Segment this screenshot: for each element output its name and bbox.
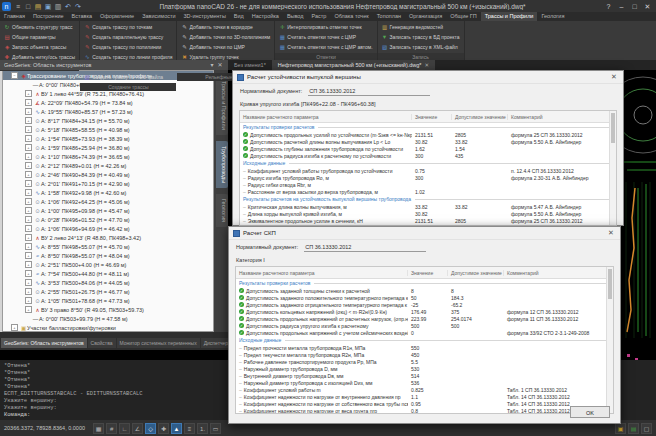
new-file-icon[interactable]: □ [23, 1, 33, 12]
table-row[interactable]: ✓Допустимость заданной толщины стенки к … [236, 287, 613, 294]
expand-icon[interactable]: + [25, 252, 32, 259]
expand-icon[interactable]: + [25, 99, 32, 106]
expand-icon[interactable]: + [25, 162, 32, 169]
ok-button[interactable]: OK [570, 406, 610, 418]
otrack-icon[interactable]: ✚ [158, 423, 169, 434]
tree-item[interactable]: +∿A: 19°55' ПК480+85.57 (H = 57.23 м) [3, 107, 213, 116]
ribbon-button[interactable]: ✛Интерполировать отметки точек [277, 22, 374, 32]
tree-item[interactable]: +⊙A: 1°00' ПК495+09.98 (H = 45.47 м) [3, 206, 213, 215]
expand-icon[interactable]: + [25, 198, 32, 205]
ribbon-tab[interactable]: Геология [537, 12, 568, 21]
close-icon[interactable]: ✕ [641, 1, 654, 12]
clean-screen-icon[interactable]: ▢ [641, 423, 652, 434]
menu-icon[interactable]: ≡ [13, 1, 23, 12]
ribbon-tab[interactable]: Построение [29, 12, 68, 21]
expand-icon[interactable]: + [25, 126, 32, 133]
palette-tab[interactable]: GeoSeries: Область инструментов [1, 338, 87, 348]
palette-vertical-tab[interactable]: Трубопроводы [216, 141, 228, 188]
table-row[interactable]: –Расстояние от верха засыпки до верха тр… [240, 188, 616, 195]
expand-icon[interactable]: + [25, 243, 32, 250]
ribbon-button[interactable]: ▼Записать трассу в БД проекта [380, 32, 462, 42]
table-row[interactable]: –Наружный диаметр трубопровода D, мм530 [236, 365, 613, 372]
expand-icon[interactable]: + [25, 306, 32, 313]
ribbon-tab[interactable]: Зависимости [138, 12, 179, 21]
ribbon-tab[interactable]: Оформление [96, 12, 138, 21]
norm-doc-value[interactable]: СП 36.13330.2012 [304, 244, 426, 252]
ribbon-button[interactable]: ▦Считать отметки точек с ЦМР автом. [277, 42, 374, 52]
document-tab[interactable]: Нефтепровод магистральный 500 км (+изыск… [272, 60, 435, 70]
undo-icon[interactable]: ↶ [63, 1, 73, 12]
ribbon-tab[interactable]: Организация [405, 12, 446, 21]
tree-item[interactable]: +⊙A: 1°06' ПК496+94.69 (H = 46.42 м) [3, 224, 213, 233]
expand-icon[interactable]: + [25, 189, 32, 196]
ribbon-tab[interactable]: Вид [230, 12, 248, 21]
tree-item[interactable]: +⊙A: 5°18' ПК485+58.55 (H = 40.98 м) [3, 125, 213, 134]
ribbon-tab[interactable]: Вывод [283, 12, 308, 21]
maximize-icon[interactable]: □ [628, 1, 641, 12]
table-row[interactable]: –Радиус гибки отвода Rbr, м [240, 181, 616, 188]
table-row[interactable]: ✓Допустимость глубины заложения трубопро… [240, 145, 616, 152]
palette-tab[interactable]: Свойства [88, 338, 116, 348]
tree-item[interactable]: +∧ВУ 2 лево 24°13' (R 48.80, ПК498+3.42) [3, 233, 213, 242]
tree-item[interactable]: +≈A: 8°50' ПК498+55.07 (H = 48.04 м) [3, 251, 213, 260]
tree-item[interactable]: +⊙A: 1°05' ПК501+78.68 (H = 47.73 м) [3, 296, 213, 305]
ribbon-button[interactable]: ✎Добавить точки в коридоре [179, 22, 272, 32]
ribbon-tab[interactable]: Главная [0, 12, 29, 21]
scrollbar-thumb[interactable] [608, 269, 612, 299]
tree-item[interactable]: +∡A: 22°09' ПК480+54.79 (H = 73.84 м) [3, 98, 213, 107]
tree-item[interactable]: +∧ВУ 3 право 8°50' (R 49.05, ПК503+59.73… [3, 305, 213, 314]
open-icon[interactable]: ▤ [33, 1, 43, 12]
tree-item[interactable]: +⊙A: 2°55' ПК501+26.75 (H = 46.77 м) [3, 287, 213, 296]
table-row[interactable]: –Коэффициент надежности по нагрузке от в… [236, 407, 613, 414]
table-row[interactable]: –Предел текучести металла трубопровода R… [236, 351, 613, 358]
expand-icon[interactable]: + [25, 144, 32, 151]
ribbon-button[interactable]: ▨Записать трассу в XML-файл [380, 42, 462, 52]
expand-icon[interactable]: + [25, 207, 32, 214]
norm-doc-value[interactable]: СП 36.13330.2012 [308, 88, 430, 96]
redo-icon[interactable]: ↷ [73, 1, 83, 12]
app-logo-icon[interactable]: n [2, 2, 11, 11]
notifications-icon[interactable]: ▣ [615, 423, 626, 434]
scrollbar-thumb[interactable] [611, 113, 615, 143]
expand-icon[interactable]: + [25, 171, 32, 178]
expand-icon[interactable]: + [25, 180, 32, 187]
collapse-icon[interactable]: − [11, 72, 18, 79]
table-row[interactable]: –Критическая длина волны выпучивания, м3… [240, 203, 616, 210]
ribbon-button[interactable]: ▥Генерация ведомостей [380, 22, 462, 32]
ribbon-tab[interactable]: Топоплан [373, 12, 405, 21]
close-icon[interactable]: ✕ [609, 73, 619, 81]
tree-item[interactable]: +∿A: 8°55' ПК498+55.07 (H = 45.70 м) [3, 242, 213, 251]
table-row[interactable]: ✓Допустимость продольных напряжений с уч… [236, 329, 613, 336]
minimize-icon[interactable]: – [615, 1, 628, 12]
table-row[interactable]: –Длина хорды выпуклой кривой изгиба, м30… [240, 210, 616, 217]
close-icon[interactable]: ✕ [606, 229, 616, 237]
tree-item[interactable]: —A: 0°00' ПК503+99.79 (H = 47.58 м) [3, 314, 213, 323]
table-row[interactable]: –Внутренний диаметр трубопровода Dв, мм5… [236, 372, 613, 379]
table-row[interactable]: ✓Допустимость продольных напряжений от р… [236, 315, 613, 322]
expand-icon[interactable]: + [25, 135, 32, 142]
table-row[interactable]: –Коэффициент условий работы m0.825Табл. … [236, 386, 613, 393]
table-row[interactable]: –Коэффициент надежности по нагрузке от в… [236, 393, 613, 400]
table-row[interactable]: ✓Допустимость радиуса упругого изгиба к … [236, 322, 613, 329]
table-row[interactable]: –Наружный диаметр трубопровода с изоляци… [236, 379, 613, 386]
scrollbar[interactable] [606, 267, 613, 413]
table-row[interactable]: ✓Допустимость кольцевых напряжений (σкц)… [236, 308, 613, 315]
palette-close-icon[interactable]: ✕ [216, 60, 224, 70]
expand-icon[interactable]: + [25, 225, 32, 232]
expand-icon[interactable]: + [25, 108, 32, 115]
ribbon-tab[interactable]: Общие ГП [446, 12, 481, 21]
ribbon-tab[interactable]: Трассы и Профили [481, 12, 538, 21]
table-row[interactable]: ✓Допустимость заданного положительного т… [236, 294, 613, 301]
dyn-input-icon[interactable]: ▲ [171, 423, 182, 434]
expand-icon[interactable]: + [11, 324, 18, 331]
tree-item[interactable]: +∿A: 3°53' ПК500+84.06 (H = 44.05 м) [3, 278, 213, 287]
expand-icon[interactable]: + [25, 261, 32, 268]
dialog-titlebar[interactable]: Расчет устойчивости выпуклой вершины ✕ [233, 71, 623, 84]
tree-item[interactable]: +⊙A: 2°12' ПК489+0.01 (H = 42.26 м) [3, 161, 213, 170]
ortho-icon[interactable]: ∟ [119, 423, 130, 434]
ribbon-button[interactable]: ✎Добавить точки по ЦМР [179, 42, 272, 52]
expand-icon[interactable]: + [25, 117, 32, 124]
lineweight-icon[interactable]: ≡ [184, 423, 195, 434]
tree-item[interactable]: +⊙A: 1°06' ПК492+64.25 (H = 45.06 м) [3, 197, 213, 206]
tree-item[interactable]: +⊙A: 0°28' ПК496+01.52 (H = 47.70 м) [3, 215, 213, 224]
